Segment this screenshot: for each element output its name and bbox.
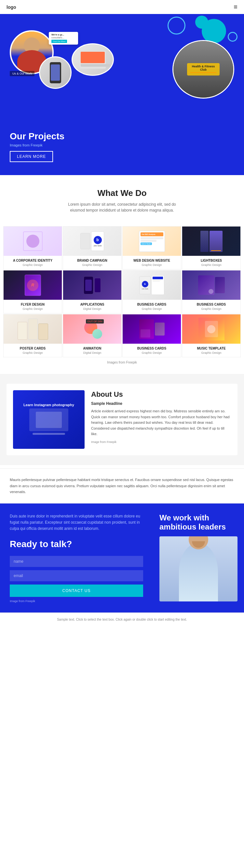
grid-item-lightboxes[interactable]: LIGHTBOXES Graphic Design <box>182 226 241 270</box>
about-text: Article evident arrived express highest … <box>91 408 231 437</box>
grid-image-web: Get SEO Analysis Get in Touch <box>123 226 181 256</box>
grid-item-buscards3[interactable]: BUSINESS CARDS Graphic Design <box>122 314 181 358</box>
about-card: Learn Instagram photography About Us Sam… <box>6 384 238 455</box>
grid-image-lightboxes <box>182 226 240 256</box>
grid-info-buscards1: BUSINESS CARDS Graphic Design <box>123 300 181 313</box>
about-content: About Us Sample Headline Article evident… <box>91 390 231 449</box>
grid-info-buscards3: BUSINESS CARDS Graphic Design <box>123 344 181 357</box>
grid-image-poster <box>4 314 62 344</box>
bottom-image-credit: Image from Freepik <box>10 599 143 603</box>
bottom-quote: Duis aute irure dolor in reprehenderit i… <box>10 513 143 532</box>
projects-grid: A CORPORATE IDENTITY Graphic Design b Jo… <box>0 226 244 358</box>
grid-item-web[interactable]: Get SEO Analysis Get in Touch WEB DESIGN… <box>122 226 181 270</box>
grid-title-music: MUSIC TEMPLATE <box>184 346 239 350</box>
grid-title-applications: APPLICATIONS <box>65 302 119 307</box>
projects-title: Our Projects <box>10 131 234 142</box>
footer: Sample text. Click to select the text bo… <box>0 613 244 626</box>
what-we-do-description: Lorem ipsum dolor sit amet, consectetur … <box>67 202 177 213</box>
grid-image-brand: b John Smith <box>63 226 121 256</box>
grid-image-animation: OUT OF DIN <box>63 314 121 344</box>
grid-info-applications: APPLICATIONS Digital Design <box>63 300 121 313</box>
about-title: About Us <box>91 390 231 399</box>
about-image-credit: Image from Freepik <box>91 440 231 443</box>
bottom-right: We work with ambitious leaders <box>153 503 244 613</box>
grid-info-brand: BRAND CAMPAIGN Graphic Design <box>63 256 121 269</box>
learn-more-button[interactable]: LEARN MORE <box>10 151 53 162</box>
grid-sub-brand: Graphic Design <box>65 263 119 267</box>
header: logo ≡ <box>0 0 244 14</box>
grid-item-buscards1[interactable]: b John Smith BUSINESS CARDS Graphic Desi… <box>122 270 181 313</box>
grid-info-lightboxes: LIGHTBOXES Graphic Design <box>182 256 240 269</box>
about-section: Learn Instagram photography About Us Sam… <box>0 374 244 465</box>
projects-subtitle: Images from Freepik <box>10 143 234 147</box>
grid-item-music[interactable]: MUSIC TEMPLATE Graphic Design <box>182 314 241 358</box>
name-input[interactable] <box>10 556 143 567</box>
grid-title-corporate: A CORPORATE IDENTITY <box>5 258 60 262</box>
bottom-section: Duis aute irure dolor in reprehenderit i… <box>0 503 244 613</box>
grid-item-corporate[interactable]: A CORPORATE IDENTITY Graphic Design <box>3 226 62 270</box>
grid-item-animation[interactable]: OUT OF DIN ANIMATION Digital Design <box>63 314 122 358</box>
email-input[interactable] <box>10 570 143 581</box>
hero-phone-circle <box>39 56 71 89</box>
projects-section: Our Projects Images from Freepik LEARN M… <box>0 125 244 175</box>
grid-image-applications <box>63 271 121 300</box>
grid-info-poster: POSTER CARDS Graphic Design <box>4 344 62 357</box>
paragraph-section: Mauris pellentesque pulvinar pellentesqu… <box>0 468 244 503</box>
grid-item-brand[interactable]: b John Smith BRAND CAMPAIGN Graphic Desi… <box>63 226 122 270</box>
grid-info-corporate: A CORPORATE IDENTITY Graphic Design <box>4 256 62 269</box>
paragraph-text: Mauris pellentesque pulvinar pellentesqu… <box>10 477 234 495</box>
about-image: Learn Instagram photography <box>13 390 85 449</box>
deco-circle-1 <box>167 17 185 34</box>
grid-title-buscards1: BUSINESS CARDS <box>125 302 179 307</box>
hero-laptop-circle <box>71 43 114 76</box>
grid-sub-applications: Digital Design <box>65 307 119 310</box>
grid-item-flyer[interactable]: R FLYER DESIGN Graphic Design <box>3 270 62 313</box>
grid-info-flyer: FLYER DESIGN Graphic Design <box>4 300 62 313</box>
deco-circle-4 <box>228 32 238 42</box>
hamburger-menu[interactable]: ≡ <box>234 3 238 11</box>
hero-cta-mini[interactable]: Find Out More <box>52 40 67 43</box>
grid-title-brand: BRAND CAMPAIGN <box>65 258 119 262</box>
contact-button[interactable]: CONTACT US <box>10 585 143 597</box>
what-we-do-title: What We Do <box>6 188 238 198</box>
grid-info-buscards2: BUSINESS CARDS Graphic Design <box>182 300 240 313</box>
logo: logo <box>6 5 16 10</box>
grid-item-applications[interactable]: APPLICATIONS Digital Design <box>63 270 122 313</box>
grid-info-animation: ANIMATION Digital Design <box>63 344 121 357</box>
grid-image-corporate <box>4 226 62 256</box>
ready-title: Ready to talk? <box>10 539 143 550</box>
grid-sub-poster: Graphic Design <box>5 351 60 354</box>
grid-sub-music: Graphic Design <box>184 351 239 354</box>
grid-info-web: WEB DESIGN WEBSITE Graphic Design <box>123 256 181 269</box>
images-credit: Images from Freepik <box>0 358 244 371</box>
grid-image-music <box>182 314 240 344</box>
grid-item-poster[interactable]: POSTER CARDS Graphic Design <box>3 314 62 358</box>
what-we-do-section: What We Do Lorem ipsum dolor sit amet, c… <box>0 175 244 226</box>
grid-sub-flyer: Graphic Design <box>5 307 60 310</box>
grid-sub-buscards3: Graphic Design <box>125 351 179 354</box>
grid-title-buscards3: BUSINESS CARDS <box>125 346 179 350</box>
about-headline: Sample Headline <box>91 401 231 406</box>
hero-large-circle: Health & Fitness Club <box>173 40 234 99</box>
grid-sub-buscards1: Graphic Design <box>125 307 179 310</box>
about-image-content: Learn Instagram photography <box>13 390 85 449</box>
grid-sub-buscards2: Graphic Design <box>184 307 239 310</box>
grid-info-music: MUSIC TEMPLATE Graphic Design <box>182 344 240 357</box>
grid-title-poster: POSTER CARDS <box>5 346 60 350</box>
grid-title-flyer: FLYER DESIGN <box>5 302 60 307</box>
grid-sub-corporate: Graphic Design <box>5 263 60 267</box>
person-image <box>159 536 238 601</box>
grid-title-web: WEB DESIGN WEBSITE <box>125 258 179 262</box>
grid-image-buscards1: b John Smith <box>123 271 181 300</box>
footer-text: Sample text. Click to select the text bo… <box>6 618 238 621</box>
grid-item-buscards2[interactable]: BUSINESS CARDS Graphic Design <box>182 270 241 313</box>
mini-card: We're a gr... consultanc... Find Out Mor… <box>49 32 78 44</box>
bottom-right-content: We work with ambitious leaders <box>153 503 244 611</box>
grid-image-buscards3 <box>123 314 181 344</box>
grid-sub-web: Graphic Design <box>125 263 179 267</box>
grid-title-buscards2: BUSINESS CARDS <box>184 302 239 307</box>
grid-title-animation: ANIMATION <box>65 346 119 350</box>
hero-section: We're a gr... consultanc... Find Out Mor… <box>0 14 244 125</box>
hero-label: Us & Our Work <box>10 71 34 76</box>
grid-image-flyer: R <box>4 271 62 300</box>
